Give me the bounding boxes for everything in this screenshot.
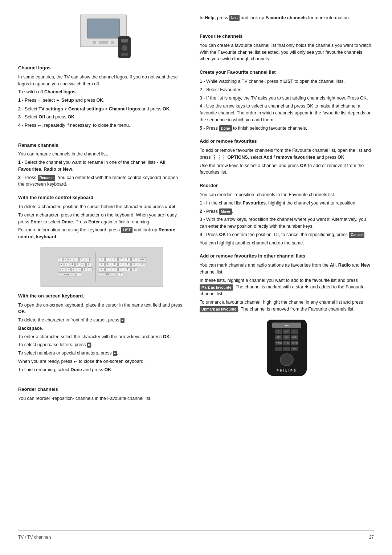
cf-step3: 3 - If the list is empty, the TV asks yo… [200,95,374,102]
onscreen-keyboard-section: With the on-screen keyboard. To open the… [18,293,185,373]
channel-logos-title: Channel logos [18,65,185,72]
add-remove-other-title: Add or remove favourites in other channe… [200,253,374,260]
ro-step2: 2 - Press Move. [200,208,374,215]
unmark-fav-btn: Unmark as favourite [200,306,238,312]
channel-logos-step3: 3 - Select Off and press OK. [18,114,185,121]
osk-line7: When you are ready, press ↩ to close the… [18,358,185,365]
channel-logos-step1: 1 - Press ⌂, select ✦ Setup and press OK… [18,97,185,104]
right-column: In Help, press List and look up Favourit… [200,15,374,519]
channel-logos-body: In some countries, the TV can show the c… [18,74,185,129]
keyboard-image: q w e r t y a s d f g [18,247,185,287]
reorder-channels-body: You can reorder -reposition- channels in… [18,395,185,402]
remote-keyboard-title: With the remote control keyboard [18,194,185,201]
divider-right-1 [200,27,374,27]
reorder-body: You can reorder -reposition- channels in… [200,191,374,246]
divider-1 [18,136,185,136]
create-favourite-section: Create your Favourite channel list 1 - W… [200,69,374,131]
reorder-title: Reorder [200,182,374,189]
philips-remote-image: ■■■ 1 2ABC 3 4GHI 5JKL WXO6 7PQRS 8TUV [200,320,374,376]
done-btn-1: Done [219,125,232,131]
aro-line3: To unmark a favourite channel, highlight… [200,299,374,313]
special-btn: ■ [113,351,117,356]
rename-btn: Rename [38,175,56,181]
ro-body: You can reorder -reposition- channels in… [200,191,374,198]
favourite-channels-title: Favourite channels [200,33,374,40]
favourite-channels-section: Favourite channels You can create a favo… [200,33,374,62]
backspace-btn: ■ [121,318,124,323]
divider-2 [18,380,185,380]
channel-logos-section: Channel logos In some countries, the TV … [18,65,185,129]
fav-body: You can create a favourite channel list … [200,42,374,62]
osk-line6: To select numbers or special characters,… [18,350,185,357]
cf-step5: 5 - Press Done to finish selecting favou… [200,125,374,132]
ro-step1: 1 - In the channel list Favourites, high… [200,200,374,207]
ro-step3: 3 - With the arrow keys, reposition the … [200,216,374,230]
reorder-channels-section: Reorder channels You can reorder -reposi… [18,386,185,402]
philips-logo-text: PHILIPS [277,368,297,373]
rk-line2: To enter a character, press the characte… [18,212,185,226]
rename-channels-section: Rename channels You can rename channels … [18,142,185,188]
reorder-channels-title: Reorder channels [18,386,185,393]
osk-line4: To enter a character, select the charact… [18,333,185,340]
ro-step5: You can highlight another channel and do… [200,240,374,247]
add-remove-other-section: Add or remove favourites in other channe… [200,253,374,312]
favourite-channels-body: You can create a favourite channel list … [200,42,374,62]
footer-right: 27 [369,534,374,540]
rk-line1: To delete a character, position the curs… [18,203,185,210]
cf-step4: 4 - Use the arrow keys to select a chann… [200,103,374,123]
create-favourite-title: Create your Favourite channel list [200,69,374,76]
arf-line2: Use the arrow keys to select a channel a… [200,162,374,176]
arf-line1: To add or remove favourite channels from… [200,147,374,161]
tv-remote-image [18,15,185,58]
cf-step1: 1 - While watching a TV channel, press ≡… [200,78,374,85]
channel-logos-step2: 2 - Select TV settings > General setting… [18,106,185,113]
mark-fav-btn: Mark as favourite [200,284,233,291]
rename-intro: You can rename channels in the channel l… [18,151,185,158]
list-btn-1: LIST [121,227,132,233]
rename-channels-title: Rename channels [18,142,185,149]
help-line: In Help, press List and look up Favourit… [200,15,374,21]
reorder-section: Reorder You can reorder -reposition- cha… [200,182,374,246]
channel-logos-step4: 4 - Press ↩, repeatedly if necessary, to… [18,122,185,129]
add-remove-fav-section: Add or remove favourites To add or remov… [200,138,374,176]
onscreen-keyboard-title: With the on-screen keyboard. [18,293,185,300]
ro-step4: 4 - Press OK to confirm the position. Or… [200,231,374,238]
list-btn-help: List [229,15,240,21]
uppercase-btn: ■ [87,343,91,348]
remote-keyboard-body: To delete a character, position the curs… [18,203,185,240]
cancel-btn: Cancel [349,232,364,238]
add-remove-fav-title: Add or remove favourites [200,138,374,145]
left-column: Channel logos In some countries, the TV … [18,15,185,519]
channel-logos-step0: To switch off Channel logos . . . [18,89,185,96]
rename-channels-body: You can rename channels in the channel l… [18,151,185,188]
osk-line2: To delete the character in front of the … [18,317,185,324]
page: Channel logos In some countries, the TV … [0,0,392,555]
osk-line1: To open the on-screen keyboard, place th… [18,302,185,316]
footer-left: TV / TV channels [18,534,52,540]
move-btn: Move [219,208,232,215]
remote-keyboard-section: With the remote control keyboard To dele… [18,194,185,240]
add-remove-other-body: You can mark channels and radio stations… [200,262,374,312]
onscreen-keyboard-body: To open the on-screen keyboard, place th… [18,302,185,374]
aro-line2: In these lists, highlight a channel you … [200,277,374,297]
main-content: Channel logos In some countries, the TV … [18,15,374,519]
rename-step2: 2 - Press Rename. You can enter text wit… [18,174,185,188]
reorder-body: You can reorder -reposition- channels in… [18,395,185,402]
channel-logos-intro: In some countries, the TV can show the c… [18,74,185,88]
create-favourite-body: 1 - While watching a TV channel, press ≡… [200,78,374,131]
rk-line3: For more information on using the keyboa… [18,227,185,240]
cf-step2: 2 - Select Favourites. [200,86,374,93]
osk-line8: To finish renaming, select Done and pres… [18,366,185,373]
page-footer: TV / TV channels 27 [18,530,374,540]
osk-line5: To select uppercase letters, press ■. [18,341,185,348]
add-remove-fav-body: To add or remove favourite channels from… [200,147,374,176]
aro-line1: You can mark channels and radio stations… [200,262,374,276]
osk-line3: Backspace. [18,325,185,332]
rename-step1: 1 - Select the channel you want to renam… [18,159,185,173]
